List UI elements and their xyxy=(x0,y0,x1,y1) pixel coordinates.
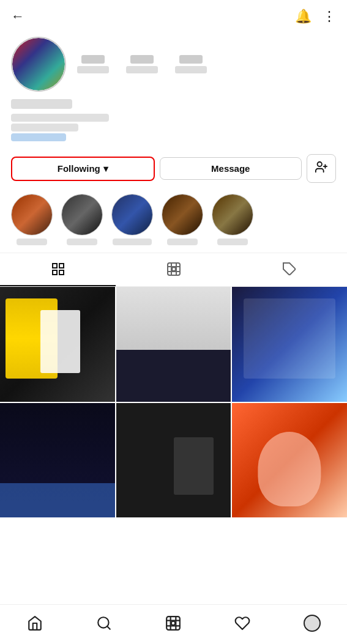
nav-search[interactable] xyxy=(89,613,119,634)
grid-cell-5[interactable] xyxy=(116,403,231,518)
tab-reels[interactable] xyxy=(116,253,231,286)
tab-grid[interactable] xyxy=(0,253,116,286)
message-button[interactable]: Message xyxy=(160,157,302,180)
profile-section xyxy=(0,31,347,148)
svg-point-8 xyxy=(172,267,176,271)
svg-rect-6 xyxy=(59,270,64,275)
nav-home[interactable] xyxy=(20,613,50,634)
svg-rect-12 xyxy=(166,616,180,630)
bio-line-1 xyxy=(11,114,336,122)
highlight-circle-3 xyxy=(111,194,153,235)
nav-profile[interactable] xyxy=(296,612,328,634)
grid-cell-1[interactable] xyxy=(0,287,115,402)
highlight-3[interactable] xyxy=(111,194,153,245)
action-buttons: Following ▾ Message xyxy=(0,148,347,189)
stat-posts[interactable] xyxy=(77,55,109,73)
svg-point-0 xyxy=(318,162,322,166)
avatar[interactable] xyxy=(11,37,66,92)
highlight-2[interactable] xyxy=(61,194,103,245)
content-tabs xyxy=(0,253,347,287)
following-button[interactable]: Following ▾ xyxy=(11,157,155,181)
highlight-4[interactable] xyxy=(162,194,203,245)
highlight-circle-5 xyxy=(212,194,253,235)
highlights-row xyxy=(0,189,347,253)
tab-tagged[interactable] xyxy=(231,253,347,286)
top-bar: ← 🔔 ⋮ xyxy=(0,0,347,31)
bio-text-2 xyxy=(11,124,78,131)
menu-button[interactable]: ⋮ xyxy=(323,9,336,24)
notification-button[interactable]: 🔔 xyxy=(295,9,312,24)
profile-header xyxy=(11,37,336,92)
highlight-label-4 xyxy=(167,239,198,245)
highlight-label-3 xyxy=(113,239,152,245)
add-person-icon xyxy=(315,160,328,177)
following-label: Following xyxy=(58,163,100,174)
highlight-label-5 xyxy=(217,239,248,245)
highlight-circle-2 xyxy=(61,194,103,235)
username xyxy=(11,99,72,109)
highlight-label-2 xyxy=(67,239,97,245)
svg-line-11 xyxy=(107,626,110,629)
svg-rect-7 xyxy=(168,263,180,275)
highlight-1[interactable] xyxy=(11,194,53,245)
photo-grid xyxy=(0,287,347,517)
stat-followers[interactable] xyxy=(126,55,158,73)
back-button[interactable]: ← xyxy=(11,9,24,24)
svg-rect-5 xyxy=(53,270,57,275)
bottom-nav xyxy=(0,604,347,644)
bio-link[interactable] xyxy=(11,133,66,141)
stats-row xyxy=(77,55,207,73)
stat-following[interactable] xyxy=(175,55,207,73)
bio-line-3 xyxy=(11,133,336,141)
grid-cell-6[interactable] xyxy=(232,403,347,518)
nav-reels[interactable] xyxy=(158,613,188,634)
highlight-circle-4 xyxy=(162,194,203,235)
top-bar-right: 🔔 ⋮ xyxy=(295,9,336,24)
svg-rect-4 xyxy=(59,264,64,268)
grid-cell-3[interactable] xyxy=(232,287,347,402)
username-row xyxy=(11,99,336,111)
message-label: Message xyxy=(211,163,250,174)
chevron-down-icon: ▾ xyxy=(103,163,108,174)
highlight-circle-1 xyxy=(11,194,53,235)
highlight-label-1 xyxy=(17,239,47,245)
bio-line-2 xyxy=(11,124,336,131)
top-bar-left: ← xyxy=(11,9,24,24)
add-person-button[interactable] xyxy=(307,154,336,183)
nav-heart[interactable] xyxy=(227,613,258,634)
highlight-5[interactable] xyxy=(212,194,253,245)
svg-rect-3 xyxy=(53,264,57,268)
grid-cell-2[interactable] xyxy=(116,287,231,402)
bio-text-1 xyxy=(11,114,109,122)
svg-point-13 xyxy=(171,621,175,626)
grid-cell-4[interactable] xyxy=(0,403,115,518)
